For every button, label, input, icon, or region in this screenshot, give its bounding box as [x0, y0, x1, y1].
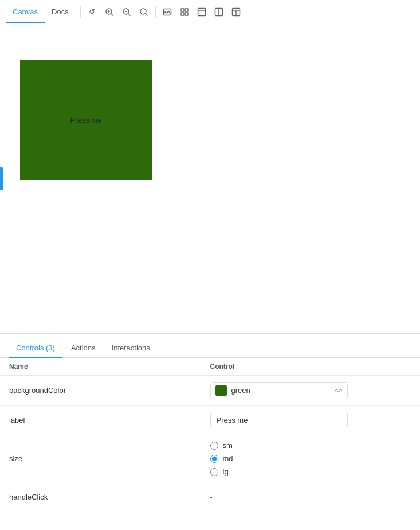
svg-point-7: [140, 9, 146, 14]
radio-item-md[interactable]: md: [210, 454, 233, 463]
svg-line-8: [146, 14, 148, 16]
col-header-name: Name: [9, 363, 210, 371]
color-control[interactable]: green <>: [210, 382, 348, 399]
svg-line-1: [111, 14, 113, 16]
radio-md[interactable]: [210, 455, 218, 463]
tab-docs[interactable]: Docs: [45, 2, 76, 23]
row-control-handleclick: -: [210, 493, 411, 501]
tab-controls[interactable]: Controls (3): [9, 339, 62, 358]
svg-line-5: [128, 14, 131, 16]
tab-actions[interactable]: Actions: [64, 339, 103, 358]
nav-icon-group-2: [160, 5, 243, 19]
layout2-icon[interactable]: [212, 5, 226, 19]
radio-label-md: md: [223, 454, 233, 463]
radio-sm[interactable]: [210, 442, 218, 450]
nav-divider: [80, 6, 81, 18]
radio-group-size: sm md lg: [210, 441, 233, 476]
canvas-area: Press me: [0, 24, 420, 334]
color-swatch: [215, 385, 227, 396]
zoom-out-icon[interactable]: [120, 5, 134, 19]
radio-label-lg: lg: [223, 467, 229, 476]
canvas-button[interactable]: Press me: [20, 60, 152, 180]
row-label-backgroundcolor: backgroundColor: [9, 386, 210, 395]
canvas-button-label: Press me: [70, 116, 102, 124]
zoom-reset-icon[interactable]: [137, 5, 151, 19]
dash-value: -: [210, 493, 213, 501]
label-input[interactable]: [210, 412, 348, 428]
radio-item-lg[interactable]: lg: [210, 467, 233, 476]
radio-item-sm[interactable]: sm: [210, 441, 233, 450]
sub-tabs: Controls (3) Actions Interactions: [0, 334, 420, 358]
table-row: handleClick -: [0, 482, 420, 512]
grid-icon[interactable]: [178, 5, 191, 19]
svg-rect-13: [185, 13, 188, 15]
col-header-control: Control: [210, 363, 411, 371]
left-indicator: [0, 167, 3, 190]
radio-lg[interactable]: [210, 468, 218, 476]
tab-canvas[interactable]: Canvas: [6, 2, 45, 23]
row-label-label: label: [9, 416, 210, 424]
svg-rect-14: [198, 8, 205, 15]
tab-interactions[interactable]: Interactions: [105, 339, 157, 358]
table-header: Name Control: [0, 358, 420, 376]
color-label: green: [231, 386, 250, 395]
top-nav: Canvas Docs ↺: [0, 0, 420, 24]
row-control-backgroundcolor: green <>: [210, 382, 411, 399]
image-icon[interactable]: [160, 5, 174, 19]
row-control-label: [210, 412, 411, 428]
table-row: size sm md lg: [0, 435, 420, 482]
refresh-icon[interactable]: ↺: [85, 5, 99, 19]
table-row: label: [0, 406, 420, 435]
nav-icon-group: ↺: [85, 5, 151, 19]
nav-divider-2: [155, 6, 156, 18]
radio-label-sm: sm: [223, 441, 233, 450]
row-label-handleclick: handleClick: [9, 493, 210, 501]
row-control-size: sm md lg: [210, 441, 411, 476]
svg-rect-12: [181, 13, 184, 15]
code-icon: <>: [335, 387, 342, 394]
table-row: backgroundColor green <>: [0, 376, 420, 406]
svg-rect-10: [181, 9, 184, 11]
row-label-size: size: [9, 454, 210, 463]
controls-table: Name Control backgroundColor green <> la…: [0, 358, 420, 530]
svg-rect-11: [185, 9, 188, 11]
layout3-icon[interactable]: [229, 5, 243, 19]
zoom-in-icon[interactable]: [103, 5, 116, 19]
color-swatch-wrapper: green: [215, 385, 250, 396]
bottom-panel: Controls (3) Actions Interactions Name C…: [0, 334, 420, 530]
layout1-icon[interactable]: [195, 5, 209, 19]
